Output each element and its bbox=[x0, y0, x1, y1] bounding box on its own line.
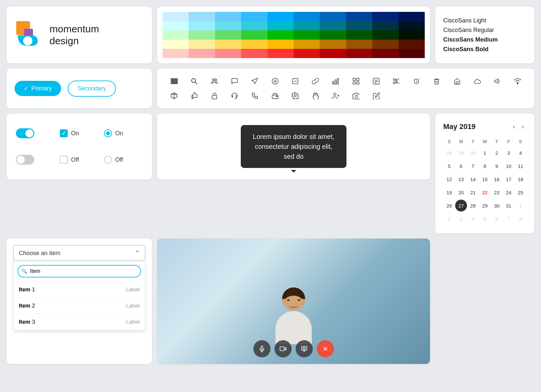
calendar-day[interactable]: 14 bbox=[467, 173, 479, 185]
svg-point-9 bbox=[192, 79, 196, 82]
toggle-on[interactable] bbox=[16, 128, 54, 138]
radio-off-row: Off bbox=[104, 156, 143, 164]
color-cell bbox=[189, 21, 215, 30]
share-screen-button[interactable] bbox=[296, 340, 313, 357]
calendar-day[interactable]: 31 bbox=[503, 200, 515, 212]
calendar-day[interactable]: 11 bbox=[515, 160, 526, 172]
radio-off[interactable] bbox=[104, 156, 112, 164]
calendar-prev-button[interactable]: ‹ bbox=[510, 121, 518, 132]
calendar-day[interactable]: 10 bbox=[503, 160, 515, 172]
calendar-day[interactable]: 7 bbox=[467, 160, 479, 172]
calendar-day[interactable]: 2 bbox=[443, 213, 455, 225]
color-cell bbox=[320, 30, 346, 40]
controls-card: ✓ On On Off Off bbox=[7, 114, 152, 180]
color-cell bbox=[399, 49, 425, 58]
calendar-day[interactable]: 30 bbox=[467, 147, 479, 159]
list-item[interactable]: Item 1 Label bbox=[14, 282, 145, 298]
buttons-card: ✓ Primary Secondary bbox=[7, 69, 152, 108]
list-item[interactable]: Item 3 Label bbox=[14, 314, 145, 330]
color-cell bbox=[162, 40, 189, 49]
toggle-off[interactable] bbox=[16, 155, 54, 165]
color-cell bbox=[399, 12, 425, 21]
box-icon bbox=[165, 90, 183, 102]
camera-toggle-button[interactable] bbox=[274, 340, 292, 357]
calendar-day[interactable]: 8 bbox=[515, 213, 526, 225]
calendar-day[interactable]: 5 bbox=[479, 213, 491, 225]
calendar-day[interactable]: 2 bbox=[491, 147, 503, 159]
svg-rect-21 bbox=[353, 78, 355, 81]
calendar-day[interactable]: 27 bbox=[455, 200, 467, 212]
checkbox-on[interactable]: ✓ bbox=[60, 129, 68, 137]
checkbox-on-row: ✓ On bbox=[60, 129, 98, 137]
calendar-day[interactable]: 13 bbox=[455, 173, 467, 185]
calendar-day[interactable]: 16 bbox=[491, 173, 503, 185]
color-cell bbox=[215, 12, 241, 21]
calendar-day[interactable]: 4 bbox=[467, 213, 479, 225]
color-cell bbox=[241, 49, 267, 58]
color-cell bbox=[399, 21, 425, 30]
checkmark-icon: ✓ bbox=[24, 85, 29, 92]
color-cell bbox=[215, 40, 241, 49]
svg-rect-47 bbox=[276, 96, 277, 97]
calendar-day[interactable]: 8 bbox=[479, 160, 491, 172]
wifi-icon bbox=[509, 75, 526, 87]
list-icon bbox=[367, 75, 385, 87]
calendar-day[interactable]: 28 bbox=[443, 147, 455, 159]
calendar-day[interactable]: 4 bbox=[515, 147, 526, 159]
mute-button[interactable] bbox=[253, 340, 270, 357]
calendar-day[interactable]: 1 bbox=[515, 200, 526, 212]
color-cell bbox=[241, 12, 267, 21]
color-cell bbox=[189, 30, 215, 40]
calendar-day[interactable]: 21 bbox=[467, 186, 479, 198]
svg-rect-24 bbox=[357, 82, 359, 84]
calendar-day[interactable]: 20 bbox=[455, 186, 467, 198]
calendar-day[interactable]: 12 bbox=[443, 173, 455, 185]
color-cell bbox=[320, 12, 346, 21]
dropdown-search-input[interactable] bbox=[18, 265, 141, 278]
checkbox-off[interactable] bbox=[60, 156, 68, 164]
dropdown-trigger[interactable]: Choose an item ⌃ bbox=[13, 245, 145, 261]
color-cell bbox=[162, 12, 189, 21]
calendar-day[interactable]: 23 bbox=[491, 186, 503, 198]
calendar-day[interactable]: 22 bbox=[479, 186, 491, 198]
calendar-nav: ‹ › bbox=[510, 121, 526, 132]
svg-rect-18 bbox=[333, 82, 334, 84]
color-palette bbox=[162, 12, 425, 58]
svg-point-29 bbox=[393, 79, 395, 81]
secondary-button[interactable]: Secondary bbox=[68, 81, 116, 97]
primary-button[interactable]: ✓ Primary bbox=[15, 81, 61, 96]
thumbsup-icon bbox=[185, 90, 203, 102]
calendar-day[interactable]: 3 bbox=[503, 147, 515, 159]
calendar-day[interactable]: 6 bbox=[455, 160, 467, 172]
calendar-day[interactable]: 5 bbox=[443, 160, 455, 172]
calendar-day[interactable]: 6 bbox=[491, 213, 503, 225]
calendar-day[interactable]: 24 bbox=[503, 186, 515, 198]
calendar-day[interactable]: 9 bbox=[491, 160, 503, 172]
chart-icon bbox=[327, 75, 344, 87]
dropdown-placeholder: Choose an item bbox=[19, 250, 60, 257]
font-medium: CiscoSans Medium bbox=[443, 36, 526, 43]
calendar-day[interactable]: 19 bbox=[443, 186, 455, 198]
calendar-day[interactable]: 15 bbox=[479, 173, 491, 185]
calendar-day[interactable]: 26 bbox=[443, 200, 455, 212]
end-call-button[interactable] bbox=[317, 340, 334, 357]
calendar-day[interactable]: 28 bbox=[467, 200, 479, 212]
calendar-day[interactable]: 17 bbox=[503, 173, 515, 185]
calendar-next-button[interactable]: › bbox=[519, 121, 526, 132]
calendar-day[interactable]: 3 bbox=[455, 213, 467, 225]
calendar-day[interactable]: 1 bbox=[479, 147, 491, 159]
radio-on[interactable] bbox=[104, 129, 112, 137]
color-cell bbox=[268, 12, 294, 21]
list-item[interactable]: Item 2 Label bbox=[14, 298, 145, 314]
calendar-day[interactable]: 30 bbox=[491, 200, 503, 212]
calendar-day[interactable]: 29 bbox=[455, 147, 467, 159]
calendar-day[interactable]: 25 bbox=[515, 186, 526, 198]
calendar-card: May 2019 ‹ › SMTWTFS28293012345678910111… bbox=[435, 114, 534, 233]
color-cell bbox=[162, 21, 189, 30]
svg-rect-8 bbox=[177, 79, 177, 84]
color-cell bbox=[399, 30, 425, 40]
calendar-day[interactable]: 7 bbox=[503, 213, 515, 225]
svg-point-42 bbox=[517, 83, 518, 84]
calendar-day[interactable]: 18 bbox=[515, 173, 526, 185]
calendar-day[interactable]: 29 bbox=[479, 200, 491, 212]
